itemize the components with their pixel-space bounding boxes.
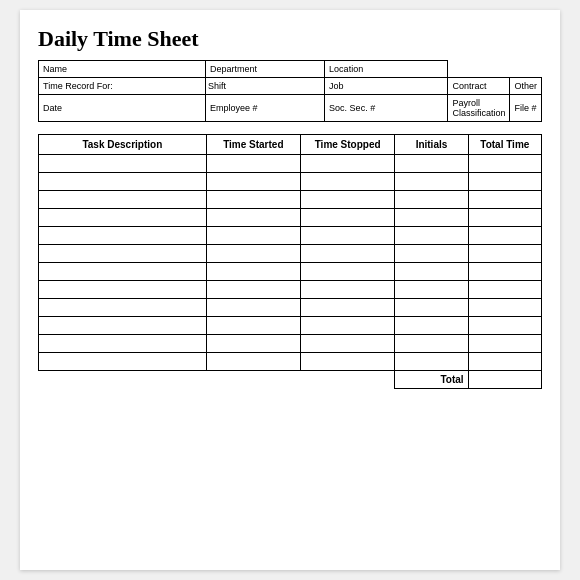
total-value-cell[interactable] — [468, 371, 541, 389]
started-header: Time Started — [206, 135, 300, 155]
shift-cell[interactable]: Shift — [205, 78, 324, 95]
stopped-header: Time Stopped — [300, 135, 394, 155]
job-cell[interactable]: Job — [325, 78, 448, 95]
total-label: Total — [395, 371, 468, 389]
soc-header-cell: Soc. Sec. # — [325, 95, 448, 122]
soc-header: Soc. Sec. # — [329, 103, 375, 113]
date-header-cell: Date — [39, 95, 206, 122]
file-header: File # — [514, 103, 536, 113]
page-title: Daily Time Sheet — [38, 26, 542, 52]
contract-cell[interactable]: Contract — [448, 78, 510, 95]
page: Daily Time Sheet Name Department Locatio… — [20, 10, 560, 570]
table-row[interactable] — [39, 209, 542, 227]
task-table: Task Description Time Started Time Stopp… — [38, 134, 542, 389]
time-record-cell[interactable]: Time Record For: — [39, 78, 206, 95]
table-row[interactable] — [39, 191, 542, 209]
table-row[interactable] — [39, 335, 542, 353]
name-cell[interactable]: Name — [39, 61, 206, 78]
date-header: Date — [43, 103, 62, 113]
job-label: Job — [329, 81, 344, 91]
task-header: Task Description — [39, 135, 207, 155]
department-cell[interactable]: Department — [205, 61, 324, 78]
file-header-cell: File # — [510, 95, 542, 122]
table-row[interactable] — [39, 353, 542, 371]
location-label: Location — [329, 64, 363, 74]
total-time-header: Total Time — [468, 135, 541, 155]
table-row[interactable] — [39, 281, 542, 299]
table-row[interactable] — [39, 227, 542, 245]
table-row[interactable] — [39, 173, 542, 191]
table-row[interactable] — [39, 299, 542, 317]
department-label: Department — [210, 64, 257, 74]
location-cell[interactable]: Location — [325, 61, 448, 78]
payroll-header: Payroll Classification — [452, 98, 505, 118]
name-label: Name — [43, 64, 67, 74]
other-cell[interactable]: Other — [510, 78, 542, 95]
shift-label: Shift — [208, 81, 226, 91]
initials-header: Initials — [395, 135, 468, 155]
table-row[interactable] — [39, 245, 542, 263]
employee-header: Employee # — [210, 103, 258, 113]
time-record-label: Time Record For: — [43, 81, 113, 91]
payroll-header-cell: Payroll Classification — [448, 95, 510, 122]
contract-label: Contract — [452, 81, 486, 91]
table-row[interactable] — [39, 317, 542, 335]
other-label: Other — [514, 81, 537, 91]
info-table-row1: Name Department Location Time Record For… — [38, 60, 542, 122]
table-row[interactable] — [39, 155, 542, 173]
table-row[interactable] — [39, 263, 542, 281]
employee-header-cell: Employee # — [205, 95, 324, 122]
total-row: Total — [39, 371, 542, 389]
